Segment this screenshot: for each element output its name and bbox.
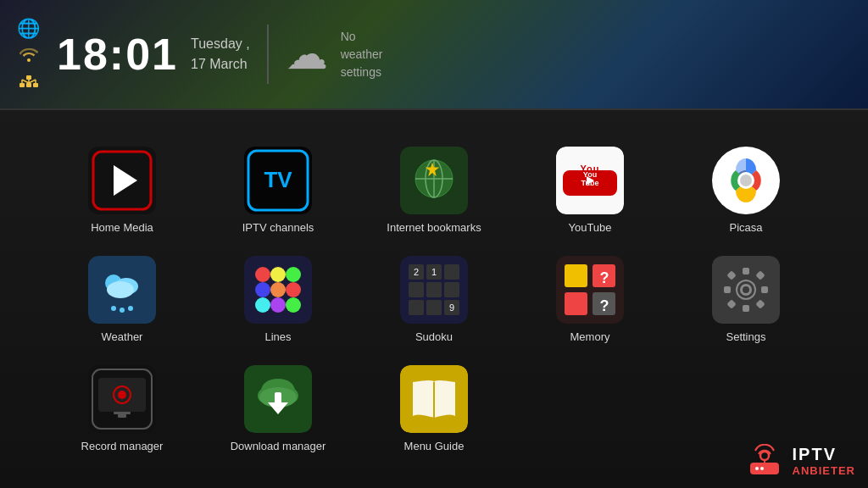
app-home-media[interactable]: Home Media xyxy=(53,140,192,241)
menu-guide-label: Menu Guide xyxy=(404,440,465,452)
svg-text:1: 1 xyxy=(431,267,437,277)
svg-point-46 xyxy=(286,282,301,297)
home-media-label: Home Media xyxy=(91,221,153,234)
picasa-label: Picasa xyxy=(729,221,762,234)
svg-point-101 xyxy=(760,467,764,470)
lines-label: Lines xyxy=(264,330,291,343)
record-manager-icon xyxy=(88,365,156,433)
svg-rect-74 xyxy=(761,286,768,293)
svg-line-6 xyxy=(29,80,36,83)
picasa-icon xyxy=(712,147,780,214)
sudoku-label: Sudoku xyxy=(415,330,453,343)
internet-bookmarks-icon xyxy=(400,147,468,214)
svg-rect-55 xyxy=(426,282,442,297)
weather-status: No weather settings xyxy=(341,28,383,81)
svg-rect-72 xyxy=(743,305,749,312)
settings-label: Settings xyxy=(726,330,766,343)
empty-cell-4 xyxy=(520,358,659,459)
svg-rect-56 xyxy=(444,282,459,297)
weather-cloud-icon: ☁ xyxy=(286,30,328,79)
youtube-icon: You Tube You Tube xyxy=(556,147,624,214)
app-record-manager[interactable]: Record manager xyxy=(53,358,192,459)
svg-rect-97 xyxy=(750,463,779,474)
app-youtube[interactable]: You Tube You Tube YouTube xyxy=(520,140,659,241)
settings-icon xyxy=(712,256,780,324)
internet-bookmarks-label: Internet bookmarks xyxy=(387,221,481,234)
clock: 18:01 xyxy=(57,29,178,80)
divider xyxy=(267,25,269,84)
svg-rect-71 xyxy=(743,268,749,274)
app-menu-guide[interactable]: Menu Guide xyxy=(364,358,504,459)
svg-point-36 xyxy=(107,281,134,298)
app-picasa[interactable]: Picasa xyxy=(676,140,815,241)
svg-rect-3 xyxy=(26,75,31,80)
download-manager-label: Download manager xyxy=(231,440,326,452)
header: 🌐 18:01 Tuesday , xyxy=(0,0,868,110)
svg-rect-58 xyxy=(426,300,442,315)
app-memory[interactable]: ? ? Memory xyxy=(520,249,659,350)
svg-point-100 xyxy=(755,467,759,470)
logo-watermark: IPTV ANBIETER xyxy=(743,444,855,478)
record-manager-label: Record manager xyxy=(81,440,164,452)
wifi-icon xyxy=(19,47,38,66)
svg-point-38 xyxy=(120,308,125,313)
svg-point-45 xyxy=(270,282,286,297)
main-content: Home Media TV IPTV channels Internet bo xyxy=(0,110,868,488)
time-section: 18:01 Tuesday , 17 March xyxy=(57,29,250,80)
svg-line-5 xyxy=(22,80,29,83)
svg-point-85 xyxy=(118,391,126,399)
svg-point-37 xyxy=(111,306,116,311)
svg-point-41 xyxy=(255,267,270,282)
svg-point-42 xyxy=(270,267,286,282)
iptv-channels-label: IPTV channels xyxy=(242,221,314,234)
svg-text:9: 9 xyxy=(449,302,454,313)
svg-rect-73 xyxy=(724,286,731,293)
svg-rect-53 xyxy=(444,264,459,280)
download-manager-icon xyxy=(244,365,312,433)
memory-label: Memory xyxy=(570,330,610,343)
logo-router-icon xyxy=(743,444,786,478)
app-internet-bookmarks[interactable]: Internet bookmarks xyxy=(364,140,504,241)
app-sudoku[interactable]: 2 1 9 Sudoku xyxy=(364,249,504,350)
svg-point-47 xyxy=(255,297,270,313)
svg-point-48 xyxy=(270,297,286,313)
svg-rect-66 xyxy=(565,292,587,315)
status-icons: 🌐 xyxy=(17,18,40,92)
svg-rect-2 xyxy=(33,83,38,87)
svg-rect-54 xyxy=(409,282,424,297)
logo-iptv-text: IPTV xyxy=(793,445,855,464)
svg-rect-1 xyxy=(19,83,25,87)
svg-rect-0 xyxy=(26,83,31,87)
svg-text:?: ? xyxy=(600,297,609,314)
svg-point-44 xyxy=(255,282,270,297)
logo-anbieter-text: ANBIETER xyxy=(793,464,855,477)
app-weather[interactable]: Weather xyxy=(53,249,192,350)
logo-text: IPTV ANBIETER xyxy=(793,445,855,477)
svg-point-39 xyxy=(128,306,133,311)
weather-section: ☁ No weather settings xyxy=(286,28,383,81)
weather-icon xyxy=(88,256,156,324)
weather-label: Weather xyxy=(102,330,143,343)
youtube-label: YouTube xyxy=(568,221,611,234)
svg-rect-57 xyxy=(409,300,424,315)
sudoku-icon: 2 1 9 xyxy=(400,256,468,324)
svg-text:You: You xyxy=(583,170,597,179)
app-download-manager[interactable]: Download manager xyxy=(209,358,348,459)
svg-text:TV: TV xyxy=(264,167,292,192)
svg-point-43 xyxy=(286,267,301,282)
svg-text:2: 2 xyxy=(414,267,419,277)
svg-point-32 xyxy=(740,175,752,186)
svg-point-49 xyxy=(286,297,301,313)
home-media-icon xyxy=(88,147,156,214)
svg-text:?: ? xyxy=(600,269,609,286)
svg-point-80 xyxy=(743,286,749,293)
svg-rect-87 xyxy=(118,414,126,418)
app-lines[interactable]: Lines xyxy=(209,249,348,350)
app-settings[interactable]: Settings xyxy=(676,249,815,350)
svg-rect-86 xyxy=(114,412,131,414)
date: Tuesday , 17 March xyxy=(191,34,250,75)
iptv-channels-icon: TV xyxy=(244,147,312,214)
app-iptv-channels[interactable]: TV IPTV channels xyxy=(209,140,348,241)
memory-icon: ? ? xyxy=(556,256,624,324)
app-grid: Home Media TV IPTV channels Internet bo xyxy=(53,140,815,459)
